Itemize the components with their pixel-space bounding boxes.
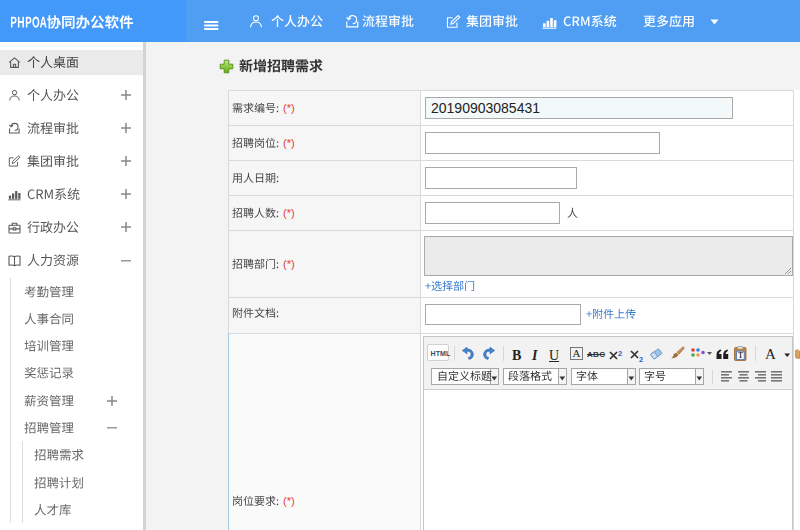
svg-text:T: T (738, 351, 743, 360)
svg-text:2: 2 (639, 355, 643, 363)
svg-text:2: 2 (618, 349, 622, 358)
svg-text:A: A (573, 347, 581, 359)
